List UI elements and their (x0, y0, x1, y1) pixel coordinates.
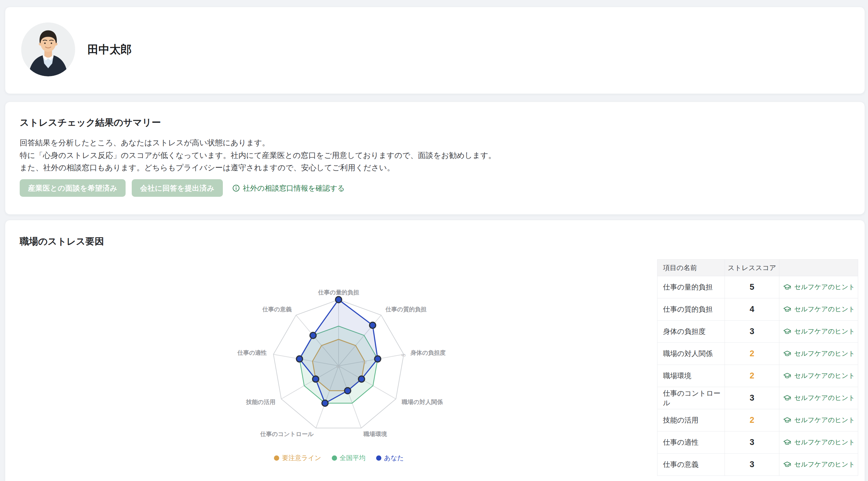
graduation-cap-icon (783, 283, 792, 291)
table-row: 身体の負担度3セルフケアのヒント (657, 321, 858, 343)
selfcare-hint-label: セルフケアのヒント (794, 415, 855, 424)
legend-label: あなた (384, 454, 404, 462)
external-consultation-link[interactable]: 社外の相談窓口情報を確認する (232, 183, 345, 193)
selfcare-hint-cell: セルフケアのヒント (779, 387, 858, 409)
stress-factors-table: 項目の名前 ストレススコア 仕事の量的負担5セルフケアのヒント仕事の質的負担4セ… (657, 259, 858, 476)
svg-text:仕事の意義: 仕事の意義 (262, 306, 291, 312)
selfcare-hint-cell: セルフケアのヒント (779, 343, 858, 365)
factor-item-label: 仕事の量的負担 (657, 276, 725, 298)
factor-item-label: 仕事の適性 (657, 431, 725, 454)
factor-item-label: 技能の活用 (657, 409, 725, 431)
selfcare-hint-label: セルフケアのヒント (794, 305, 855, 313)
stress-score-value: 2 (725, 365, 779, 387)
col-header-score: ストレススコア (725, 260, 779, 276)
selfcare-hint-link[interactable]: セルフケアのヒント (783, 460, 855, 469)
factor-item-label: 職場環境 (657, 365, 725, 387)
stress-score-value: 5 (725, 276, 779, 298)
profile-name: 田中太郎 (87, 43, 132, 56)
selfcare-hint-link[interactable]: セルフケアのヒント (783, 282, 855, 291)
doctor-interview-requested-button[interactable]: 産業医との面談を希望済み (20, 179, 126, 197)
graduation-cap-icon (783, 327, 792, 335)
selfcare-hint-cell: セルフケアのヒント (779, 454, 858, 476)
selfcare-hint-label: セルフケアのヒント (794, 327, 855, 336)
selfcare-hint-link[interactable]: セルフケアのヒント (783, 393, 855, 402)
factors-title: 職場のストレス要因 (20, 236, 104, 247)
selfcare-hint-label: セルフケアのヒント (794, 460, 855, 469)
selfcare-hint-label: セルフケアのヒント (794, 393, 855, 402)
selfcare-hint-label: セルフケアのヒント (794, 282, 855, 291)
svg-text:仕事の適性: 仕事の適性 (237, 350, 267, 356)
table-row: 仕事の質的負担4セルフケアのヒント (657, 298, 858, 321)
avatar (21, 23, 75, 77)
svg-text:職場の対人関係: 職場の対人関係 (401, 399, 443, 405)
stress-score-value: 3 (725, 431, 779, 454)
selfcare-hint-cell: セルフケアのヒント (779, 431, 858, 454)
svg-text:仕事のコントロール: 仕事のコントロール (260, 431, 314, 437)
selfcare-hint-cell: セルフケアのヒント (779, 276, 858, 298)
graduation-cap-icon (783, 349, 792, 358)
selfcare-hint-cell: セルフケアのヒント (779, 409, 858, 431)
svg-text:技能の活用: 技能の活用 (246, 399, 275, 405)
info-icon (232, 184, 240, 192)
selfcare-hint-cell: セルフケアのヒント (779, 298, 858, 321)
stress-score-value: 4 (725, 298, 779, 321)
factor-item-label: 仕事のコントロール (657, 387, 725, 409)
selfcare-hint-label: セルフケアのヒント (794, 349, 855, 358)
svg-text:仕事の質的負担: 仕事の質的負担 (385, 306, 426, 312)
stress-score-value: 3 (725, 321, 779, 343)
selfcare-hint-label: セルフケアのヒント (794, 371, 855, 380)
table-header: 項目の名前 ストレススコア (657, 260, 858, 276)
stress-score-value: 2 (725, 343, 779, 365)
selfcare-hint-link[interactable]: セルフケアのヒント (783, 327, 855, 336)
profile-card: 田中太郎 (5, 7, 865, 94)
summary-title: ストレスチェック結果のサマリー (20, 117, 161, 128)
graduation-cap-icon (783, 371, 792, 380)
summary-actions: 産業医との面談を希望済み 会社に回答を提出済み 社外の相談窓口情報を確認する (20, 179, 345, 197)
svg-text:職場環境: 職場環境 (363, 431, 387, 437)
table-row: 職場の対人関係2セルフケアのヒント (657, 343, 858, 365)
factor-item-label: 身体の負担度 (657, 321, 725, 343)
summary-text: 回答結果を分析したところ、あなたはストレスが高い状態にあります。 特に「心身のス… (20, 137, 496, 174)
legend-dot-icon (332, 455, 337, 461)
selfcare-hint-link[interactable]: セルフケアのヒント (783, 438, 855, 447)
factor-item-label: 仕事の質的負担 (657, 298, 725, 321)
stress-table-body: 仕事の量的負担5セルフケアのヒント仕事の質的負担4セルフケアのヒント身体の負担度… (657, 276, 858, 476)
summary-line: 回答結果を分析したところ、あなたはストレスが高い状態にあります。 (20, 137, 496, 149)
factors-card: 職場のストレス要因 025仕事の量的負担仕事の質的負担身体の負担度職場の対人関係… (5, 220, 865, 481)
legend-label: 全国平均 (340, 454, 366, 462)
selfcare-hint-cell: セルフケアのヒント (779, 321, 858, 343)
graduation-cap-icon (783, 460, 792, 469)
factor-item-label: 職場の対人関係 (657, 343, 725, 365)
table-row: 技能の活用2セルフケアのヒント (657, 409, 858, 431)
answer-submitted-button[interactable]: 会社に回答を提出済み (132, 179, 223, 197)
graduation-cap-icon (783, 305, 792, 313)
legend-label: 要注意ライン (282, 454, 321, 462)
summary-line: 特に「心身のストレス反応」のスコアが低くなっています。社内にて産業医との窓口をご… (20, 149, 496, 162)
summary-card: ストレスチェック結果のサマリー 回答結果を分析したところ、あなたはストレスが高い… (5, 101, 865, 215)
graduation-cap-icon (783, 394, 792, 402)
graduation-cap-icon (783, 416, 792, 424)
stress-score-value: 3 (725, 387, 779, 409)
svg-text:身体の負担度: 身体の負担度 (410, 350, 445, 356)
selfcare-hint-link[interactable]: セルフケアのヒント (783, 371, 855, 380)
col-header-hint (779, 260, 858, 276)
table-row: 仕事の意義3セルフケアのヒント (657, 454, 858, 476)
factor-item-label: 仕事の意義 (657, 454, 725, 476)
selfcare-hint-label: セルフケアのヒント (794, 438, 855, 447)
avatar-illustration (21, 23, 75, 77)
table-row: 仕事の量的負担5セルフケアのヒント (657, 276, 858, 298)
external-consultation-link-label: 社外の相談窓口情報を確認する (243, 183, 345, 193)
selfcare-hint-link[interactable]: セルフケアのヒント (783, 305, 855, 313)
chart-legend: 要注意ライン全国平均あなた (197, 454, 480, 462)
svg-text:仕事の量的負担: 仕事の量的負担 (318, 289, 359, 296)
svg-text:5: 5 (400, 353, 407, 357)
selfcare-hint-link[interactable]: セルフケアのヒント (783, 415, 855, 424)
legend-item: あなた (376, 454, 404, 462)
table-row: 職場環境2セルフケアのヒント (657, 365, 858, 387)
selfcare-hint-link[interactable]: セルフケアのヒント (783, 349, 855, 358)
stress-score-value: 3 (725, 454, 779, 476)
legend-item: 要注意ライン (274, 454, 321, 462)
legend-dot-icon (274, 455, 279, 461)
summary-line: また、社外の相談窓口もあります。どちらもプライバシーは遵守されますので、安心して… (20, 161, 496, 174)
selfcare-hint-cell: セルフケアのヒント (779, 365, 858, 387)
